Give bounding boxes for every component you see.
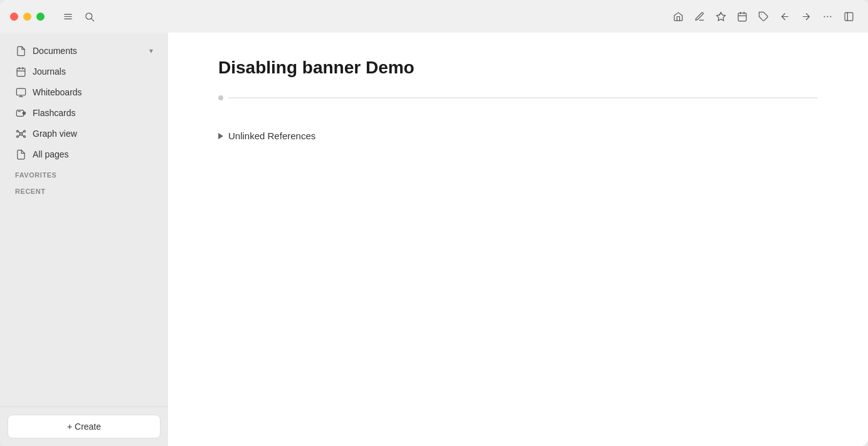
puzzle-icon bbox=[758, 11, 769, 22]
block-content-line bbox=[228, 97, 818, 98]
documents-arrow: ▾ bbox=[149, 46, 153, 55]
graph-icon bbox=[15, 128, 26, 139]
sidebar-item-journals-label: Journals bbox=[33, 66, 66, 77]
forward-button[interactable] bbox=[797, 7, 815, 26]
sidebar-item-flashcards[interactable]: Flashcards bbox=[5, 103, 163, 123]
sidebar-footer: + Create bbox=[0, 406, 168, 446]
svg-line-34 bbox=[21, 134, 23, 137]
sidebar-toggle-button[interactable] bbox=[839, 7, 858, 26]
sidebar-item-all-pages-label: All pages bbox=[33, 149, 69, 159]
titlebar bbox=[0, 0, 868, 33]
edit-button[interactable] bbox=[690, 7, 709, 26]
arrow-left-icon bbox=[780, 11, 790, 22]
puzzle-button[interactable] bbox=[754, 7, 773, 26]
menu-button[interactable] bbox=[58, 7, 77, 26]
calendar-icon bbox=[737, 11, 748, 22]
close-button[interactable] bbox=[10, 13, 18, 21]
arrow-right-icon bbox=[801, 11, 812, 22]
back-button[interactable] bbox=[775, 7, 794, 26]
sidebar: Documents ▾ Journals bbox=[0, 33, 168, 446]
svg-line-32 bbox=[21, 131, 23, 134]
titlebar-right bbox=[669, 7, 858, 26]
titlebar-left bbox=[10, 7, 98, 26]
documents-icon bbox=[15, 45, 26, 56]
svg-rect-18 bbox=[17, 68, 25, 76]
home-icon bbox=[673, 11, 684, 22]
svg-line-4 bbox=[91, 18, 93, 21]
sidebar-item-graph-view[interactable]: Graph view bbox=[5, 124, 163, 144]
home-button[interactable] bbox=[669, 7, 687, 26]
sidebar-item-graph-view-label: Graph view bbox=[33, 129, 77, 139]
main-area: Documents ▾ Journals bbox=[0, 33, 868, 446]
svg-point-15 bbox=[830, 16, 831, 17]
edit-icon bbox=[694, 11, 705, 22]
flashcards-icon bbox=[15, 107, 26, 119]
sidebar-item-journals[interactable]: Journals bbox=[5, 61, 163, 82]
svg-line-33 bbox=[18, 134, 20, 137]
calendar-button[interactable] bbox=[733, 7, 751, 26]
sidebar-item-flashcards-label: Flashcards bbox=[33, 108, 75, 118]
block-bullet bbox=[218, 95, 223, 100]
sidebar-item-documents[interactable]: Documents ▾ bbox=[5, 41, 163, 61]
block-line bbox=[218, 90, 818, 105]
sidebar-item-documents-label: Documents bbox=[33, 46, 77, 56]
star-icon bbox=[716, 11, 726, 22]
minimize-button[interactable] bbox=[23, 13, 31, 21]
whiteboards-icon bbox=[15, 87, 26, 98]
favorites-section-label: FAVORITES bbox=[0, 165, 168, 181]
svg-point-14 bbox=[827, 16, 828, 17]
svg-rect-22 bbox=[16, 88, 25, 95]
svg-rect-6 bbox=[738, 13, 746, 21]
more-icon bbox=[822, 11, 833, 22]
traffic-lights bbox=[10, 13, 45, 21]
titlebar-left-icons bbox=[58, 7, 98, 26]
unlinked-references-label: Unlinked References bbox=[228, 130, 315, 141]
recent-section-label: RECENT bbox=[0, 181, 168, 198]
star-button[interactable] bbox=[711, 7, 730, 26]
sidebar-icon bbox=[844, 11, 854, 22]
svg-rect-16 bbox=[845, 13, 853, 21]
search-button[interactable] bbox=[80, 7, 98, 26]
search-icon bbox=[84, 11, 95, 22]
maximize-button[interactable] bbox=[36, 13, 45, 21]
more-button[interactable] bbox=[818, 7, 837, 26]
svg-line-31 bbox=[18, 131, 20, 134]
sidebar-nav: Documents ▾ Journals bbox=[0, 38, 168, 406]
all-pages-icon bbox=[15, 149, 26, 160]
triangle-icon bbox=[218, 133, 223, 139]
svg-point-13 bbox=[823, 16, 825, 17]
menu-icon bbox=[63, 11, 73, 22]
sidebar-item-whiteboards[interactable]: Whiteboards bbox=[5, 82, 163, 102]
content-area: Disabling banner Demo Unlinked Reference… bbox=[168, 33, 868, 446]
create-button-label: + Create bbox=[67, 422, 101, 432]
create-button[interactable]: + Create bbox=[8, 415, 161, 438]
journals-icon bbox=[15, 66, 26, 77]
unlinked-references-section[interactable]: Unlinked References bbox=[218, 130, 818, 141]
sidebar-item-all-pages[interactable]: All pages bbox=[5, 144, 163, 164]
sidebar-item-whiteboards-label: Whiteboards bbox=[33, 87, 82, 97]
page-title: Disabling banner Demo bbox=[218, 58, 818, 78]
